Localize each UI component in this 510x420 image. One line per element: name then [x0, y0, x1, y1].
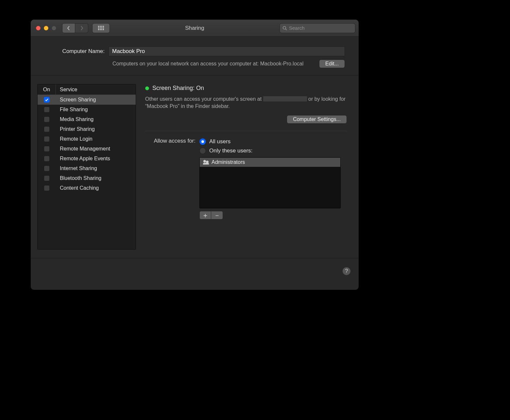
services-header-on: On — [38, 84, 56, 95]
redacted-address — [263, 96, 307, 101]
service-label: Media Sharing — [56, 116, 136, 122]
computer-name-input[interactable]: Macbook Pro — [109, 46, 345, 56]
window-controls — [36, 26, 56, 30]
access-only-users-label: Only these users: — [209, 148, 252, 154]
services-table: On Service Screen SharingFile SharingMed… — [37, 84, 136, 250]
user-row-label: Administrators — [212, 159, 245, 165]
computer-name-section: Computer Name: Macbook Pro Computers on … — [31, 37, 359, 76]
allow-access-label: Allow access for: — [145, 137, 196, 219]
zoom-window-button[interactable] — [52, 26, 56, 30]
services-header-service: Service — [56, 87, 136, 93]
computer-name-label: Computer Name: — [44, 48, 109, 55]
radio-icon — [199, 148, 206, 154]
service-checkbox-screen-sharing[interactable] — [44, 97, 50, 103]
body: On Service Screen SharingFile SharingMed… — [31, 76, 359, 258]
check-icon — [45, 98, 49, 102]
service-row-screen-sharing[interactable]: Screen Sharing — [38, 95, 136, 105]
minimize-window-button[interactable] — [44, 26, 48, 30]
access-only-users-radio[interactable]: Only these users: — [199, 146, 347, 155]
service-checkbox-file-sharing[interactable] — [44, 107, 50, 113]
grid-icon — [98, 26, 104, 30]
status-title: Screen Sharing: On — [152, 85, 204, 92]
service-row-remote-management[interactable]: Remote Management — [38, 144, 136, 154]
status-description: Other users can access your computer's s… — [145, 96, 347, 110]
service-checkbox-internet-sharing[interactable] — [44, 166, 50, 171]
service-checkbox-printer-sharing[interactable] — [44, 126, 50, 132]
service-detail: Screen Sharing: On Other users can acces… — [145, 84, 347, 250]
close-window-button[interactable] — [36, 26, 41, 30]
service-checkbox-media-sharing[interactable] — [44, 116, 50, 122]
footer: ? — [31, 258, 359, 290]
nav-buttons — [62, 23, 88, 33]
edit-hostname-button[interactable]: Edit... — [319, 60, 345, 68]
add-user-button[interactable]: ＋ — [199, 211, 211, 219]
service-checkbox-remote-login[interactable] — [44, 136, 50, 142]
chevron-left-icon — [67, 26, 70, 30]
service-label: Remote Apple Events — [56, 156, 136, 162]
service-row-media-sharing[interactable]: Media Sharing — [38, 114, 136, 124]
remove-user-button[interactable]: － — [211, 211, 223, 219]
service-label: Internet Sharing — [56, 166, 136, 171]
help-button[interactable]: ? — [342, 267, 351, 275]
search-input[interactable] — [289, 25, 352, 31]
show-all-button[interactable] — [92, 23, 110, 33]
preferences-window: Sharing Computer Name: Macbook Pro Compu… — [31, 20, 359, 290]
radio-icon — [199, 138, 206, 145]
service-label: Bluetooth Sharing — [56, 175, 136, 181]
service-label: Screen Sharing — [56, 97, 136, 103]
separator — [145, 131, 347, 131]
local-hostname-text: Computers on your local network can acce… — [112, 60, 313, 67]
service-row-internet-sharing[interactable]: Internet Sharing — [38, 164, 136, 173]
service-row-bluetooth-sharing[interactable]: Bluetooth Sharing — [38, 173, 136, 183]
service-checkbox-bluetooth-sharing[interactable] — [44, 175, 50, 181]
service-label: Content Caching — [56, 185, 136, 191]
service-checkbox-remote-apple-events[interactable] — [44, 156, 50, 162]
user-row[interactable]: Administrators — [200, 158, 340, 167]
help-icon: ? — [345, 268, 348, 274]
service-checkbox-content-caching[interactable] — [44, 185, 50, 191]
svg-line-1 — [286, 29, 287, 30]
service-label: Remote Login — [56, 136, 136, 142]
svg-point-0 — [283, 26, 286, 29]
chevron-right-icon — [80, 26, 83, 30]
services-header: On Service — [38, 84, 136, 95]
service-row-remote-login[interactable]: Remote Login — [38, 134, 136, 144]
service-label: File Sharing — [56, 107, 136, 113]
users-list[interactable]: Administrators — [199, 157, 341, 208]
access-all-users-label: All users — [209, 138, 230, 145]
service-label: Remote Management — [56, 146, 136, 152]
search-field[interactable] — [280, 23, 355, 33]
titlebar: Sharing — [31, 20, 359, 37]
search-icon — [282, 26, 287, 30]
service-row-file-sharing[interactable]: File Sharing — [38, 105, 136, 114]
service-checkbox-remote-management[interactable] — [44, 146, 50, 152]
service-row-content-caching[interactable]: Content Caching — [38, 183, 136, 193]
access-all-users-radio[interactable]: All users — [199, 137, 347, 146]
service-label: Printer Sharing — [56, 126, 136, 132]
service-row-remote-apple-events[interactable]: Remote Apple Events — [38, 154, 136, 164]
service-row-printer-sharing[interactable]: Printer Sharing — [38, 124, 136, 134]
user-add-remove: ＋ － — [199, 211, 347, 219]
status-led-icon — [145, 86, 149, 90]
allow-access-section: Allow access for: All users Only these u… — [145, 137, 347, 219]
group-icon — [203, 160, 209, 165]
forward-button[interactable] — [75, 23, 88, 33]
back-button[interactable] — [62, 23, 75, 33]
computer-settings-button[interactable]: Computer Settings... — [287, 115, 347, 124]
